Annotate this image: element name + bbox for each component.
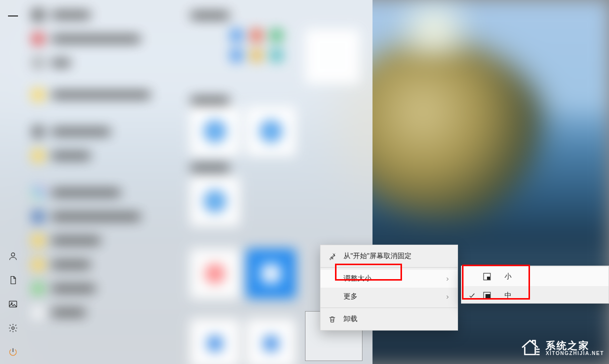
size-option-small[interactable]: 小 (462, 267, 608, 286)
size-option-small-label: 小 (504, 272, 512, 281)
size-option-medium-label: 中 (504, 291, 512, 300)
hamburger-icon[interactable] (8, 11, 18, 21)
menu-separator (320, 267, 458, 268)
menu-item-unpin-label: 从"开始"屏幕取消固定 (344, 252, 412, 261)
start-menu-blurred-content (0, 0, 372, 364)
documents-icon[interactable] (8, 275, 18, 285)
svg-point-2 (11, 303, 12, 304)
pictures-icon[interactable] (8, 299, 18, 309)
svg-point-3 (12, 327, 14, 330)
settings-icon[interactable] (8, 323, 18, 333)
menu-item-uninstall[interactable]: 卸载 (320, 310, 458, 328)
start-menu-panel (0, 0, 372, 364)
watermark-url: XITONGZHIJIA.NET (546, 351, 604, 357)
power-icon[interactable] (8, 347, 18, 357)
menu-item-uninstall-label: 卸载 (344, 315, 358, 324)
unpin-icon (328, 252, 336, 261)
resize-submenu: 小 中 (461, 266, 609, 304)
start-left-rail (0, 0, 26, 364)
menu-separator (320, 308, 458, 308)
tile-size-medium-icon (482, 291, 492, 300)
menu-item-unpin[interactable]: 从"开始"屏幕取消固定 (320, 247, 458, 265)
svg-point-0 (12, 253, 15, 256)
chevron-right-icon (444, 294, 450, 300)
wallpaper-sun-glow (379, 0, 489, 60)
svg-rect-8 (486, 294, 490, 299)
tile-size-small-icon (482, 272, 492, 281)
check-icon (468, 291, 476, 300)
menu-item-more[interactable]: 更多 (320, 288, 458, 306)
trash-icon (328, 315, 336, 324)
watermark: 系统之家 XITONGZHIJIA.NET (520, 337, 604, 360)
watermark-house-icon (520, 337, 540, 360)
svg-rect-6 (487, 277, 490, 280)
chevron-right-icon (444, 276, 450, 282)
user-icon[interactable] (8, 251, 18, 261)
menu-item-resize-label: 调整大小 (344, 274, 372, 283)
tile-context-menu: 从"开始"屏幕取消固定 调整大小 更多 卸载 (320, 245, 458, 331)
menu-item-resize[interactable]: 调整大小 (320, 270, 458, 288)
watermark-title: 系统之家 (546, 341, 604, 351)
menu-item-more-label: 更多 (344, 292, 358, 301)
size-option-medium[interactable]: 中 (462, 286, 608, 304)
